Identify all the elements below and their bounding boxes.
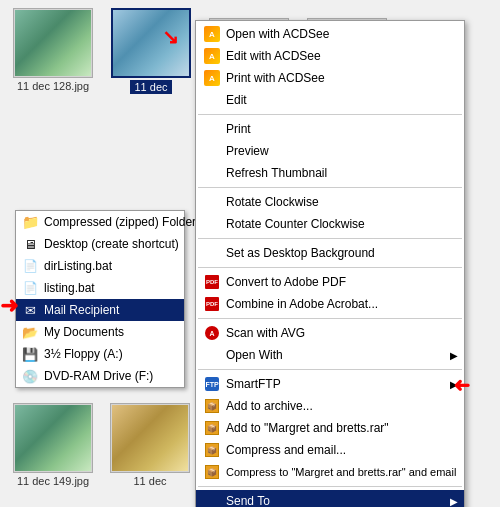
thumbnail-item[interactable]: 11 dec 149.jpg [8, 403, 98, 487]
menu-compress-email[interactable]: 📦 Compress and email... [196, 439, 464, 461]
menu-item-label: Scan with AVG [226, 326, 305, 340]
separator [198, 187, 462, 188]
menu-rotate-cw[interactable]: Rotate Clockwise [196, 191, 464, 213]
sendto-item-mail[interactable]: ✉ Mail Recipient [16, 299, 184, 321]
menu-edit-acdsee[interactable]: A Edit with ACDSee [196, 45, 464, 67]
menu-set-desktop[interactable]: Set as Desktop Background [196, 242, 464, 264]
separator [198, 318, 462, 319]
menu-item-label: Convert to Adobe PDF [226, 275, 346, 289]
pdf-icon-2: PDF [204, 296, 220, 312]
menu-item-label: Combine in Adobe Acrobat... [226, 297, 378, 311]
menu-item-label: Rotate Counter Clockwise [226, 217, 365, 231]
menu-add-rar[interactable]: 📦 Add to "Margret and bretts.rar" [196, 417, 464, 439]
menu-print[interactable]: Print [196, 118, 464, 140]
sendto-item-label: Mail Recipient [44, 303, 119, 317]
menu-open-acdsee[interactable]: A Open with ACDSee [196, 23, 464, 45]
sendto-item-label: 3½ Floppy (A:) [44, 347, 123, 361]
separator [198, 267, 462, 268]
menu-item-label: Compress to "Margret and bretts.rar" and… [226, 466, 456, 478]
refresh-icon [204, 165, 220, 181]
dvd-icon: 💿 [22, 368, 38, 384]
desktop-bg-icon [204, 245, 220, 261]
context-menu[interactable]: A Open with ACDSee A Edit with ACDSee A … [195, 20, 465, 507]
sendto-item-label: dirListing.bat [44, 259, 112, 273]
bat-icon: 📄 [22, 258, 38, 274]
menu-smartftp[interactable]: FTP SmartFTP ▶ [196, 373, 464, 395]
thumbnail-box-selected [111, 8, 191, 78]
sendto-item-desktop[interactable]: 🖥 Desktop (create shortcut) [16, 233, 184, 255]
sendto-item-dirlisting[interactable]: 📄 dirListing.bat [16, 255, 184, 277]
acdsee-icon: A [204, 26, 220, 42]
menu-preview[interactable]: Preview [196, 140, 464, 162]
sendto-item-floppy[interactable]: 💾 3½ Floppy (A:) [16, 343, 184, 365]
sendto-item-label: Desktop (create shortcut) [44, 237, 179, 251]
menu-send-to[interactable]: Send To ▶ [196, 490, 464, 507]
print-icon [204, 121, 220, 137]
indicator-arrow-mail: ➜ [0, 293, 18, 319]
menu-item-label: Edit with ACDSee [226, 49, 321, 63]
thumbnail-box [110, 403, 190, 473]
avg-icon: A [204, 325, 220, 341]
ftp-icon: FTP [204, 376, 220, 392]
folder-icon: 📁 [22, 214, 38, 230]
menu-item-label: Add to "Margret and bretts.rar" [226, 421, 389, 435]
separator [198, 486, 462, 487]
menu-item-label: SmartFTP [226, 377, 281, 391]
submenu-arrow: ▶ [450, 496, 458, 507]
thumbnail-label: 11 dec 128.jpg [17, 80, 89, 92]
menu-rotate-ccw[interactable]: Rotate Counter Clockwise [196, 213, 464, 235]
thumbnail-label: 11 dec [133, 475, 166, 487]
acdsee-icon-2: A [204, 48, 220, 64]
acdsee-icon-3: A [204, 70, 220, 86]
archive-icon-3: 📦 [204, 442, 220, 458]
sendto-submenu[interactable]: 📁 Compressed (zipped) Folder 🖥 Desktop (… [15, 210, 185, 388]
menu-item-label: Refresh Thumbnail [226, 166, 327, 180]
menu-combine-acrobat[interactable]: PDF Combine in Adobe Acrobat... [196, 293, 464, 315]
menu-item-label: Add to archive... [226, 399, 313, 413]
rotate-cw-icon [204, 194, 220, 210]
thumbnail-item[interactable]: 11 dec [106, 8, 196, 102]
menu-item-label: Edit [226, 93, 247, 107]
submenu-arrow: ▶ [450, 350, 458, 361]
archive-icon-2: 📦 [204, 420, 220, 436]
menu-compress-rar-email[interactable]: 📦 Compress to "Margret and bretts.rar" a… [196, 461, 464, 483]
thumbnail-item[interactable]: 11 dec [105, 403, 195, 487]
menu-edit[interactable]: Edit [196, 89, 464, 111]
rotate-ccw-icon [204, 216, 220, 232]
indicator-arrow-thumbnail: ↘ [162, 25, 179, 49]
documents-icon: 📂 [22, 324, 38, 340]
thumbnail-label: 11 dec 149.jpg [17, 475, 89, 487]
thumbnail-label-selected: 11 dec [130, 80, 171, 94]
sendto-icon [204, 493, 220, 507]
sendto-item-label: Compressed (zipped) Folder [44, 215, 196, 229]
mail-icon: ✉ [22, 302, 38, 318]
pdf-icon: PDF [204, 274, 220, 290]
thumbnail-box [13, 403, 93, 473]
menu-item-label: Preview [226, 144, 269, 158]
open-with-icon [204, 347, 220, 363]
menu-convert-pdf[interactable]: PDF Convert to Adobe PDF [196, 271, 464, 293]
menu-add-archive[interactable]: 📦 Add to archive... [196, 395, 464, 417]
edit-icon [204, 92, 220, 108]
sendto-item-dvd[interactable]: 💿 DVD-RAM Drive (F:) [16, 365, 184, 387]
floppy-icon: 💾 [22, 346, 38, 362]
indicator-arrow-sendto: ➜ [453, 373, 470, 397]
separator [198, 238, 462, 239]
menu-open-with[interactable]: Open With ▶ [196, 344, 464, 366]
menu-item-label: Open with ACDSee [226, 27, 329, 41]
menu-item-label: Send To [226, 494, 270, 507]
menu-scan-avg[interactable]: A Scan with AVG [196, 322, 464, 344]
archive-icon-4: 📦 [204, 464, 220, 480]
menu-refresh-thumbnail[interactable]: Refresh Thumbnail [196, 162, 464, 184]
bat-icon-2: 📄 [22, 280, 38, 296]
sendto-item-label: listing.bat [44, 281, 95, 295]
sendto-item-compressed[interactable]: 📁 Compressed (zipped) Folder [16, 211, 184, 233]
separator [198, 114, 462, 115]
thumbnail-item[interactable]: 11 dec 128.jpg [8, 8, 98, 102]
thumbnail-box [13, 8, 93, 78]
separator [198, 369, 462, 370]
menu-print-acdsee[interactable]: A Print with ACDSee [196, 67, 464, 89]
sendto-item-listing[interactable]: 📄 listing.bat [16, 277, 184, 299]
menu-item-label: Print with ACDSee [226, 71, 325, 85]
sendto-item-mydocs[interactable]: 📂 My Documents [16, 321, 184, 343]
